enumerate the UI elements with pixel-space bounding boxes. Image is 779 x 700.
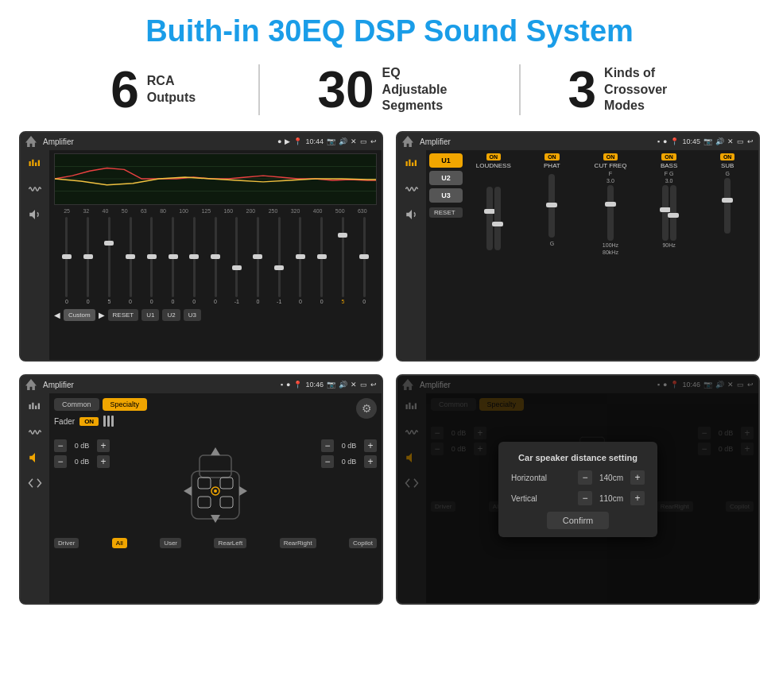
fd-sidebar-eq-icon[interactable] xyxy=(26,398,44,416)
eq-slider-5[interactable]: 0 xyxy=(164,217,183,304)
cx-loudness-name: LOUDNESS xyxy=(476,162,511,169)
cx-pin: 📍 xyxy=(670,137,679,145)
sidebar-speaker-icon[interactable] xyxy=(26,206,44,223)
eq-main: 253240506380100125160200250320400500630 … xyxy=(49,150,382,360)
vol-value-1: 0 dB xyxy=(70,442,94,450)
eq-slider-12[interactable]: 0 xyxy=(312,217,331,304)
fd-back: ↩ xyxy=(370,381,377,389)
fader-center-col xyxy=(116,431,315,535)
dialog-vertical-plus[interactable]: + xyxy=(630,491,645,505)
crossover-home-icon[interactable] xyxy=(402,136,413,147)
eq-slider-14[interactable]: 0 xyxy=(355,217,374,304)
cx-rect: ▭ xyxy=(737,137,744,145)
fader-gear-icon[interactable]: ⚙ xyxy=(356,398,377,419)
cx-u1-btn[interactable]: U1 xyxy=(429,153,463,168)
vol-plus-1[interactable]: + xyxy=(97,439,110,452)
fader-tab-specialty[interactable]: Specialty xyxy=(103,398,148,411)
eq-slider-3[interactable]: 0 xyxy=(121,217,140,304)
cx-channel-phat: ON PHAT G xyxy=(525,153,580,357)
cx-sidebar-eq-icon[interactable] xyxy=(403,155,421,172)
fader-home-icon[interactable] xyxy=(25,379,37,390)
eq-slider-8[interactable]: -1 xyxy=(227,217,246,304)
fader-left-sidebar xyxy=(21,393,49,603)
vol-plus-4[interactable]: + xyxy=(364,455,377,468)
sidebar-eq-icon[interactable] xyxy=(26,155,44,172)
dialog-vertical-label: Vertical xyxy=(511,494,537,503)
cx-bass-on[interactable]: ON xyxy=(661,153,676,160)
svg-rect-0 xyxy=(29,161,31,166)
fader-tab-common[interactable]: Common xyxy=(54,398,99,411)
vol-minus-2[interactable]: − xyxy=(54,455,67,468)
svg-rect-20 xyxy=(220,497,233,508)
vol-plus-3[interactable]: + xyxy=(364,439,377,452)
cx-phat-on[interactable]: ON xyxy=(545,153,560,160)
car-diagram-svg xyxy=(176,431,255,535)
svg-marker-23 xyxy=(211,447,220,455)
fd-sidebar-wave-icon[interactable] xyxy=(26,423,44,441)
eq-reset-btn[interactable]: RESET xyxy=(108,309,139,321)
vol-minus-4[interactable]: − xyxy=(321,455,334,468)
svg-rect-1 xyxy=(32,160,33,166)
cx-u3-btn[interactable]: U3 xyxy=(429,188,463,203)
vol-plus-2[interactable]: + xyxy=(97,455,110,468)
eq-u1-btn[interactable]: U1 xyxy=(141,309,159,321)
eq-bottom-bar: ◀ Custom ▶ RESET U1 U2 U3 xyxy=(54,309,377,321)
cx-cutfreq-on[interactable]: ON xyxy=(603,153,618,160)
cx-sidebar-speaker-icon[interactable] xyxy=(403,206,421,223)
eq-slider-2[interactable]: 5 xyxy=(99,217,118,304)
eq-left-sidebar xyxy=(21,150,49,360)
eq-prev[interactable]: ◀ xyxy=(54,311,60,319)
eq-slider-0[interactable]: 0 xyxy=(57,217,76,304)
dialog-screen-content: Common Specialty −0 dB+ −0 dB+ xyxy=(397,393,758,603)
eq-u2-btn[interactable]: U2 xyxy=(162,309,180,321)
cx-u2-btn[interactable]: U2 xyxy=(429,171,463,185)
cx-x: ✕ xyxy=(727,137,734,145)
svg-rect-3 xyxy=(38,160,40,167)
stat-crossover-number: 3 xyxy=(568,64,597,115)
eq-slider-6[interactable]: 0 xyxy=(184,217,203,304)
eq-u3-btn[interactable]: U3 xyxy=(184,309,201,321)
fader-screen: Amplifier ▪ ● 📍 10:46 📷 🔊 ✕ ▭ ↩ xyxy=(19,374,383,605)
eq-slider-9[interactable]: 0 xyxy=(249,217,268,304)
vol-value-3: 0 dB xyxy=(337,442,361,450)
eq-preset-custom[interactable]: Custom xyxy=(64,309,95,321)
dialog-vertical-minus[interactable]: − xyxy=(578,491,592,505)
cx-channel-cutfreq: ON CUT FREQ F 3.0 100Hz 80kHz xyxy=(583,153,638,357)
eq-slider-4[interactable]: 0 xyxy=(142,217,161,304)
svg-rect-18 xyxy=(220,478,233,489)
cx-loudness-on[interactable]: ON xyxy=(486,153,502,160)
fader-btn-rearleft[interactable]: RearLeft xyxy=(214,538,246,548)
eq-slider-13[interactable]: 5 xyxy=(334,217,353,304)
cx-sidebar-wave-icon[interactable] xyxy=(403,180,421,198)
fd-sidebar-arrows-icon[interactable] xyxy=(26,474,44,492)
fader-btn-user[interactable]: User xyxy=(160,538,181,548)
vol-minus-3[interactable]: − xyxy=(321,439,334,452)
dialog-horizontal-plus[interactable]: + xyxy=(630,470,645,485)
dialog-horizontal-minus[interactable]: − xyxy=(578,470,592,485)
svg-rect-13 xyxy=(35,406,37,410)
fd-x: ✕ xyxy=(351,381,357,389)
crossover-units: U1 U2 U3 RESET xyxy=(429,153,463,357)
fd-sidebar-speaker-icon[interactable] xyxy=(26,449,44,466)
eq-slider-7[interactable]: 0 xyxy=(206,217,225,304)
eq-rect: ▭ xyxy=(360,137,367,145)
fader-content: − 0 dB + − 0 dB + xyxy=(54,431,377,535)
eq-slider-11[interactable]: 0 xyxy=(291,217,310,304)
cx-reset-btn[interactable]: RESET xyxy=(429,207,463,218)
crossover-channels: ON LOUDNESS ON PHAT G xyxy=(466,153,755,357)
fader-on-badge[interactable]: ON xyxy=(79,417,99,426)
vol-minus-1[interactable]: − xyxy=(54,439,67,452)
eq-next[interactable]: ▶ xyxy=(99,311,105,319)
eq-slider-10[interactable]: -1 xyxy=(269,217,289,304)
sidebar-wave-icon[interactable] xyxy=(26,180,44,198)
fader-btn-rearright[interactable]: RearRight xyxy=(280,538,316,548)
home-icon[interactable] xyxy=(25,136,37,147)
fader-btn-driver[interactable]: Driver xyxy=(54,538,79,548)
fader-btn-all[interactable]: All xyxy=(112,538,127,548)
cx-sub-on[interactable]: ON xyxy=(720,153,735,160)
dialog-horizontal-row: Horizontal − 140cm + xyxy=(511,470,645,485)
eq-slider-1[interactable]: 0 xyxy=(79,217,98,304)
fader-btn-copilot[interactable]: Copilot xyxy=(349,538,377,548)
dialog-confirm-button[interactable]: Confirm xyxy=(547,512,610,529)
vol-value-4: 0 dB xyxy=(337,458,361,466)
